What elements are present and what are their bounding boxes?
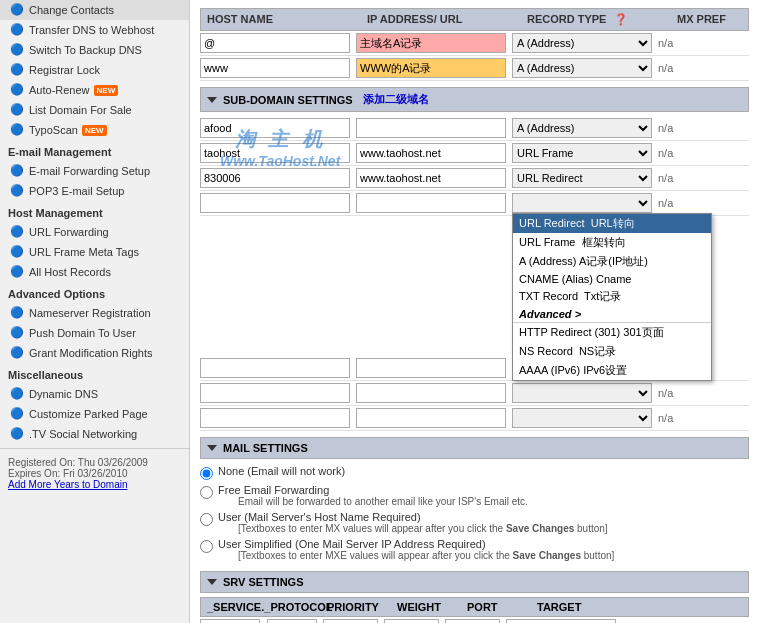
help-icon[interactable]: ❓ xyxy=(614,13,628,25)
mail-radio-free[interactable] xyxy=(200,486,213,499)
mail-option-user: User (Mail Server's Host Name Required) … xyxy=(200,509,749,536)
mail-label-simplified: User Simplified (One Mail Server IP Addr… xyxy=(218,538,486,550)
ip-input-830006[interactable] xyxy=(356,168,506,188)
sidebar-item-pop3[interactable]: 🔵 POP3 E-mail Setup xyxy=(0,181,189,201)
sidebar-item-autorenew[interactable]: 🔵 Auto-Renew NEW xyxy=(0,80,189,100)
advanced-section-header: Advanced Options xyxy=(0,282,189,303)
type-select-4[interactable] xyxy=(512,193,652,213)
mail-header-text: MAIL SETTINGS xyxy=(223,442,308,454)
host-input-at[interactable] xyxy=(200,33,350,53)
sidebar-item-backup-dns[interactable]: 🔵 Switch To Backup DNS xyxy=(0,40,189,60)
mx-taohost: n/a xyxy=(658,147,698,159)
new-badge-typo: NEW xyxy=(82,125,107,136)
mail-label-none: None (Email will not work) xyxy=(218,465,345,477)
type-select-www[interactable]: A (Address) xyxy=(512,58,652,78)
sidebar-item-push-domain[interactable]: 🔵 Push Domain To User xyxy=(0,323,189,343)
sidebar-item-transfer-dns[interactable]: 🔵 Transfer DNS to Webhost xyxy=(0,20,189,40)
ip-input-5[interactable] xyxy=(356,358,506,378)
sidebar-item-dynamic-dns[interactable]: 🔵 Dynamic DNS xyxy=(0,384,189,404)
host-input-afood[interactable] xyxy=(200,118,350,138)
dropdown-option-ns[interactable]: NS Record NS记录 xyxy=(513,342,711,361)
srv-port-1[interactable] xyxy=(445,619,500,623)
host-input-830006[interactable] xyxy=(200,168,350,188)
mail-radio-user[interactable] xyxy=(200,513,213,526)
subdomain-row-6: n/a xyxy=(200,381,749,406)
type-select-taohost[interactable]: URL Frame xyxy=(512,143,652,163)
host-input-7[interactable] xyxy=(200,408,350,428)
ip-input-at[interactable] xyxy=(356,33,506,53)
ddns-icon: 🔵 xyxy=(10,387,24,401)
host-input-6[interactable] xyxy=(200,383,350,403)
dropdown-option-url-redirect[interactable]: URL Redirect URL转向 xyxy=(513,214,711,233)
sidebar-item-list-sale[interactable]: 🔵 List Domain For Sale xyxy=(0,100,189,120)
dropdown-option-url-frame[interactable]: URL Frame 框架转向 xyxy=(513,233,711,252)
srv-wgt-1[interactable] xyxy=(384,619,439,623)
mail-label-free: Free Email Forwarding xyxy=(218,484,329,496)
sidebar-item-parked-page[interactable]: 🔵 Customize Parked Page xyxy=(0,404,189,424)
ip-input-www[interactable] xyxy=(356,58,506,78)
pop3-icon: 🔵 xyxy=(10,184,24,198)
main-content: HOST NAME IP ADDRESS/ URL RECORD TYPE ❓ … xyxy=(190,0,759,623)
col-header-host: HOST NAME xyxy=(207,13,367,26)
add-subdomain-link[interactable]: 添加二级域名 xyxy=(363,92,429,107)
host-input-www[interactable] xyxy=(200,58,350,78)
grant-icon: 🔵 xyxy=(10,346,24,360)
mail-desc-free: Email will be forwarded to another email… xyxy=(238,496,528,507)
ip-input-7[interactable] xyxy=(356,408,506,428)
srv-pri-1[interactable] xyxy=(323,619,378,623)
email-section-header: E-mail Management xyxy=(0,140,189,161)
dropdown-option-advanced[interactable]: Advanced > xyxy=(513,306,711,322)
sidebar-item-change-contacts[interactable]: 🔵 Change Contacts xyxy=(0,0,189,20)
type-select-afood[interactable]: A (Address) xyxy=(512,118,652,138)
host-input-5[interactable] xyxy=(200,358,350,378)
sidebar-item-typoscan[interactable]: 🔵 TypoScan NEW xyxy=(0,120,189,140)
mail-radio-none[interactable] xyxy=(200,467,213,480)
arrow-down-icon xyxy=(207,97,217,103)
srv-col-pri: PRIORITY xyxy=(327,601,397,613)
dropdown-option-a-address[interactable]: A (Address) A记录(IP地址) xyxy=(513,252,711,271)
dropdown-option-301[interactable]: HTTP Redirect (301) 301页面 xyxy=(513,322,711,342)
mx-label-at: n/a xyxy=(658,37,698,49)
subdomain-area: 淘 主 机 Www.TaoHost.Net A (Address) n/a UR… xyxy=(200,116,749,431)
col-header-type: RECORD TYPE ❓ xyxy=(527,13,677,26)
mail-label-user: User (Mail Server's Host Name Required) xyxy=(218,511,421,523)
new-badge: NEW xyxy=(94,85,119,96)
ip-input-afood[interactable] xyxy=(356,118,506,138)
sidebar-item-email-forward[interactable]: 🔵 E-mail Forwarding Setup xyxy=(0,161,189,181)
type-select-7[interactable] xyxy=(512,408,652,428)
sidebar-item-grant-mod[interactable]: 🔵 Grant Modification Rights xyxy=(0,343,189,363)
ip-input-6[interactable] xyxy=(356,383,506,403)
dropdown-option-aaaa[interactable]: AAAA (IPv6) IPv6设置 xyxy=(513,361,711,380)
ip-input-taohost[interactable] xyxy=(356,143,506,163)
mail-option-simplified: User Simplified (One Mail Server IP Addr… xyxy=(200,536,749,563)
mail-radio-simplified[interactable] xyxy=(200,540,213,553)
srv-col-target: TARGET xyxy=(537,601,657,613)
subdomain-row-7: n/a xyxy=(200,406,749,431)
subdomain-row-4: URL Redirect URL转向 URL Frame 框架转向 A (Add… xyxy=(200,191,749,216)
table-row-at: A (Address) n/a xyxy=(200,31,749,56)
sidebar-item-ns-registration[interactable]: 🔵 Nameserver Registration xyxy=(0,303,189,323)
sidebar-item-registrar-lock[interactable]: 🔵 Registrar Lock xyxy=(0,60,189,80)
subdomain-section-header: SUB-DOMAIN SETTINGS 添加二级域名 xyxy=(200,87,749,112)
dropdown-option-txt[interactable]: TXT Record Txt记录 xyxy=(513,287,711,306)
dropdown-list: URL Redirect URL转向 URL Frame 框架转向 A (Add… xyxy=(512,213,712,381)
srv-proto-1[interactable] xyxy=(267,619,317,623)
host-input-4[interactable] xyxy=(200,193,350,213)
ip-input-4[interactable] xyxy=(356,193,506,213)
subdomain-row-afood: A (Address) n/a xyxy=(200,116,749,141)
sidebar-item-url-forwarding[interactable]: 🔵 URL Forwarding xyxy=(0,222,189,242)
type-dropdown-4: URL Redirect URL转向 URL Frame 框架转向 A (Add… xyxy=(512,193,658,213)
sidebar-item-all-host-records[interactable]: 🔵 All Host Records xyxy=(0,262,189,282)
dropdown-option-cname[interactable]: CNAME (Alias) Cname xyxy=(513,271,711,287)
type-select-at[interactable]: A (Address) xyxy=(512,33,652,53)
sidebar-item-meta-tags[interactable]: 🔵 URL Frame Meta Tags xyxy=(0,242,189,262)
host-input-taohost[interactable] xyxy=(200,143,350,163)
srv-svc-1[interactable] xyxy=(200,619,260,623)
type-select-6[interactable] xyxy=(512,383,652,403)
renew-icon: 🔵 xyxy=(10,83,24,97)
type-select-830006[interactable]: URL Redirect xyxy=(512,168,652,188)
srv-target-1[interactable] xyxy=(506,619,616,623)
arrow-down-icon-srv xyxy=(207,579,217,585)
add-years-link[interactable]: Add More Years to Domain xyxy=(8,479,128,490)
sidebar-item-tv-social[interactable]: 🔵 .TV Social Networking xyxy=(0,424,189,444)
